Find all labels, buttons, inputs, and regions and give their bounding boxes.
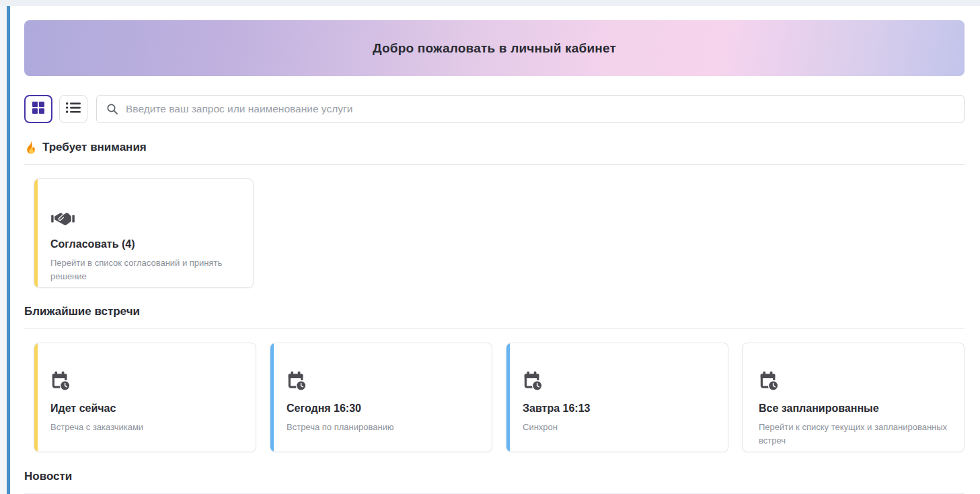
- card-subtitle: Встреча с заказчиками: [50, 421, 239, 434]
- card-meeting-tomorrow[interactable]: Завтра 16:13 Синхрон: [506, 343, 728, 452]
- card-subtitle: Синхрон: [523, 421, 712, 434]
- list-view-button[interactable]: [59, 95, 87, 123]
- search-icon: [106, 103, 118, 115]
- card-subtitle: Перейти к списку текущих и запланированн…: [759, 421, 948, 447]
- card-accent-strip: [34, 179, 38, 287]
- toolbar: [24, 95, 965, 123]
- card-subtitle: Встреча по планированию: [287, 421, 476, 434]
- search-input[interactable]: [126, 103, 954, 115]
- grid-view-icon: [31, 100, 46, 118]
- card-accent-strip: [506, 343, 510, 452]
- calendar-clock-icon: [759, 370, 948, 392]
- card-title: Согласовать (4): [50, 238, 237, 250]
- section-news-header: Новости: [24, 470, 965, 483]
- section-meetings-title: Ближайшие встречи: [24, 305, 140, 318]
- left-gutter: [0, 6, 7, 494]
- card-meeting-now[interactable]: Идет сейчас Встреча с заказчиками: [34, 343, 256, 452]
- card-meetings-all[interactable]: Все запланированные Перейти к списку тек…: [742, 343, 965, 452]
- section-divider: [24, 328, 965, 329]
- card-title: Сегодня 16:30: [287, 402, 476, 415]
- section-meetings-header: Ближайшие встречи: [24, 305, 965, 318]
- main-content: Добро пожаловать в личный кабинет: [24, 20, 965, 494]
- card-meeting-today[interactable]: Сегодня 16:30 Встреча по планированию: [270, 343, 492, 452]
- card-accent-strip: [270, 343, 274, 452]
- card-title: Завтра 16:13: [523, 402, 712, 415]
- grid-view-button[interactable]: [24, 95, 52, 123]
- calendar-clock-icon: [287, 370, 476, 392]
- card-accent-strip: [34, 343, 38, 452]
- fire-icon: [24, 140, 37, 154]
- card-title: Все запланированные: [759, 402, 948, 415]
- section-attention-header: Требует внимания: [24, 140, 965, 154]
- handshake-icon: [50, 206, 237, 227]
- card-subtitle: Перейти в список согласований и принять …: [50, 256, 237, 283]
- section-divider: [24, 164, 965, 165]
- section-news-title: Новости: [24, 470, 72, 483]
- meeting-cards: Идет сейчас Встреча с заказчиками: [24, 343, 965, 452]
- calendar-clock-icon: [50, 370, 239, 392]
- list-view-icon: [65, 100, 81, 118]
- page-title: Добро пожаловать в личный кабинет: [373, 41, 616, 56]
- search-box[interactable]: [96, 95, 965, 123]
- left-accent-rail: [7, 6, 10, 494]
- welcome-banner: Добро пожаловать в личный кабинет: [24, 20, 965, 76]
- section-attention-title: Требует внимания: [42, 141, 147, 154]
- card-approve[interactable]: Согласовать (4) Перейти в список согласо…: [34, 178, 254, 288]
- top-strip: [0, 0, 980, 6]
- attention-cards: Согласовать (4) Перейти в список согласо…: [24, 178, 965, 288]
- calendar-clock-icon: [523, 370, 712, 392]
- card-title: Идет сейчас: [50, 402, 239, 415]
